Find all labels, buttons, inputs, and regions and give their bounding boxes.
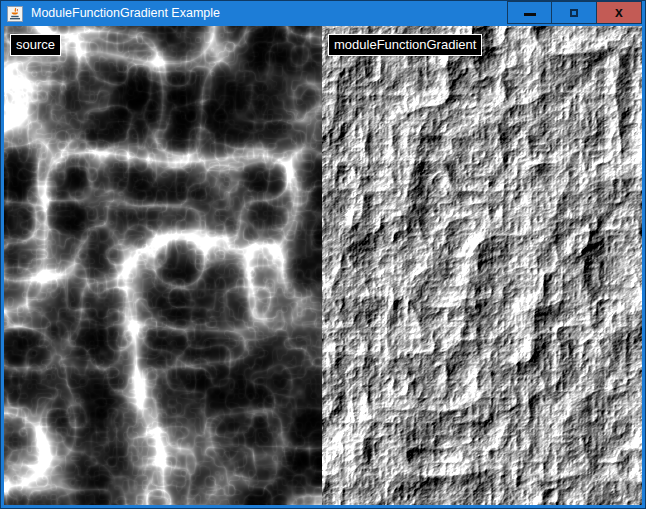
source-panel: source (4, 26, 322, 505)
java-coffee-icon-svg (7, 6, 23, 22)
app-window: ModuleFunctionGradient Example x source … (0, 0, 646, 509)
window-title: ModuleFunctionGradient Example (31, 1, 220, 26)
module-function-gradient-image (322, 26, 642, 505)
maximize-button[interactable] (552, 1, 597, 24)
minimize-icon (524, 13, 536, 16)
source-image (4, 26, 322, 505)
module-function-gradient-panel: moduleFunctionGradient (322, 26, 642, 505)
close-button[interactable]: x (597, 1, 642, 24)
source-label: source (10, 34, 61, 56)
window-controls: x (507, 1, 642, 25)
content-area: source moduleFunctionGradient (4, 26, 642, 505)
minimize-button[interactable] (507, 1, 552, 24)
close-icon: x (615, 5, 623, 19)
titlebar[interactable]: ModuleFunctionGradient Example x (1, 1, 645, 26)
module-function-gradient-label: moduleFunctionGradient (328, 34, 482, 56)
java-coffee-icon[interactable] (7, 6, 23, 22)
maximize-icon (570, 9, 578, 17)
